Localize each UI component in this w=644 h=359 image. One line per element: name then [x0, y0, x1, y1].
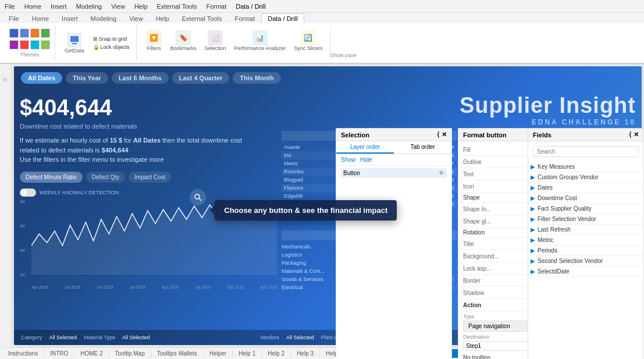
selection-panel-close[interactable]: ✕	[442, 131, 447, 138]
theme-swatch-7[interactable]	[30, 40, 40, 49]
search-overlay[interactable]	[190, 189, 206, 205]
ribbon-tab-file[interactable]: File	[2, 13, 26, 23]
filter-last-6-months[interactable]: Last 6 Months	[112, 72, 169, 84]
svg-point-7	[195, 194, 200, 199]
x-label-0: Apr 2018	[31, 285, 48, 289]
theme-swatch-1[interactable]	[9, 29, 19, 38]
theme-swatch-6[interactable]	[20, 40, 29, 49]
defect-minute-ratio-btn[interactable]: Defect Minute Ratio	[20, 172, 83, 183]
menu-help[interactable]: Help	[134, 3, 148, 10]
fields-panel-header: Fields ⟨ ✕	[528, 129, 643, 141]
expand-icon-2: ▶	[531, 184, 535, 191]
footer-vendor-value: All Selected	[286, 335, 314, 340]
y-label-4k: 4K	[20, 248, 31, 253]
filter-this-month[interactable]: This Month	[233, 72, 281, 84]
tab-instructions[interactable]: Instructions	[2, 349, 44, 358]
fields-search-input[interactable]	[533, 146, 639, 157]
field-selected-date[interactable]: ▶ SelectdDate	[528, 266, 643, 277]
fields-panel-expand[interactable]: ⟨	[629, 131, 631, 138]
defect-qty-btn[interactable]: Defect Qty	[86, 172, 125, 183]
weekly-toggle[interactable]	[20, 189, 36, 197]
field-key-measures[interactable]: ▶ Key Measures	[528, 162, 643, 172]
tab-tab-order[interactable]: Tab order	[394, 141, 451, 154]
ribbon-tab-data-drill[interactable]: Data / Drill	[261, 13, 304, 23]
ribbon-tab-modeling[interactable]: Modeling	[84, 13, 123, 23]
footer-material-label: Material Type	[84, 335, 115, 340]
theme-swatch-4[interactable]	[41, 29, 50, 38]
footer-vendor-label: Vendors	[260, 335, 279, 340]
menu-external-tools[interactable]: External Tools	[157, 3, 197, 10]
ribbon-tab-help[interactable]: Help	[150, 13, 176, 23]
field-dates[interactable]: ▶ Dates	[528, 183, 643, 193]
sync-slicers-button[interactable]: 🔄 Sync Slicers	[291, 29, 325, 52]
field-downtime-cost[interactable]: ▶ Downtime Cost	[528, 193, 643, 204]
lock-objects-btn[interactable]: 🔒Lock objects	[91, 44, 131, 51]
menu-insert[interactable]: Insert	[51, 3, 67, 10]
tab-home2[interactable]: HOME 2	[74, 349, 109, 358]
fields-panel-title: Fields	[533, 131, 552, 138]
performance-analyzer-button[interactable]: 📊 Performance Analyzer	[232, 29, 289, 52]
outline-label: Outline	[463, 159, 482, 165]
selection-panel-expand[interactable]: ⟨	[437, 131, 439, 138]
field-custom-groups[interactable]: ▶ Custom Groups Vendor	[528, 172, 643, 183]
no-tooltips-label: No tooltips	[463, 354, 490, 359]
ribbon-group-tools: GetData ⊞Snap to grid 🔒Lock objects	[58, 26, 137, 61]
selection-item-label: Button	[343, 170, 360, 176]
show-btn[interactable]: Show	[341, 157, 355, 163]
theme-swatch-3[interactable]	[30, 29, 40, 38]
ribbon-tab-format[interactable]: Format	[228, 13, 261, 23]
tab-intro[interactable]: INTRO	[44, 349, 74, 358]
tooltip-box: Choose any button & see the financial im…	[215, 200, 397, 221]
field-label-4: Fact Supplier Quality	[538, 205, 592, 212]
field-last-refresh[interactable]: ▶ Last Refresh	[528, 225, 643, 235]
fields-panel-close[interactable]: ✕	[634, 131, 639, 138]
theme-swatch-5[interactable]	[9, 40, 19, 49]
filters-button[interactable]: 🔽 Filters	[144, 29, 165, 52]
menu-file[interactable]: File	[5, 3, 15, 10]
shadow-label: Shadow	[463, 290, 484, 296]
field-metric[interactable]: ▶ Metric	[528, 235, 643, 246]
menu-modeling[interactable]: Modeling	[76, 3, 102, 10]
ribbon-tab-home[interactable]: Home	[26, 13, 55, 23]
field-filter-selection[interactable]: ▶ Filter Selection Vendor	[528, 214, 643, 225]
hide-btn[interactable]: Hide	[360, 157, 372, 163]
svg-line-8	[199, 198, 201, 201]
tab-help1[interactable]: Help 1	[233, 349, 262, 358]
tab-tooltip-map[interactable]: Tooltip Map	[109, 349, 151, 358]
footer-material-value: All Selected	[122, 335, 150, 340]
filter-this-year[interactable]: This Year	[66, 72, 108, 84]
tab-tooltips-wallets[interactable]: Tooltips Wallets	[151, 349, 204, 358]
ribbon-tab-insert[interactable]: Insert	[55, 13, 84, 23]
tab-help3[interactable]: Help 3	[291, 349, 320, 358]
impact-cost-btn[interactable]: Impact Cost	[129, 172, 171, 183]
bg-label: Background...	[463, 253, 499, 260]
x-label-6: Oct 2019	[227, 285, 244, 289]
get-data-button[interactable]: GetData	[62, 31, 87, 55]
menu-data-drill[interactable]: Data / Drill	[236, 3, 265, 10]
tab-help2[interactable]: Help 2	[262, 349, 291, 358]
fields-panel: Fields ⟨ ✕ ▶ Key Measures ▶ Custom Group…	[528, 128, 644, 359]
tab-layer-order[interactable]: Layer order	[336, 141, 394, 154]
fields-search-container	[528, 141, 643, 162]
menu-view[interactable]: View	[111, 3, 125, 10]
tab-helper[interactable]: Helper	[204, 349, 233, 358]
menu-format[interactable]: Format	[206, 3, 226, 10]
field-fact-supplier[interactable]: ▶ Fact Supplier Quality	[528, 204, 643, 214]
bookmarks-button[interactable]: 🔖 Bookmarks	[168, 29, 199, 52]
selection-button[interactable]: ⬜ Selection	[202, 29, 229, 52]
filter-all-dates[interactable]: All Dates	[21, 72, 62, 84]
theme-swatch-8[interactable]	[41, 40, 50, 49]
ribbon-tab-view[interactable]: View	[123, 13, 150, 23]
field-periods[interactable]: ▶ Periods	[528, 246, 643, 256]
menu-home[interactable]: Home	[24, 3, 41, 10]
selection-item-button[interactable]: Button 👁	[341, 168, 447, 178]
ribbon-tab-external[interactable]: External Tools	[176, 13, 229, 23]
expand-icon-5: ▶	[531, 216, 535, 222]
expand-icon-4: ▶	[531, 205, 535, 212]
snap-to-grid-btn[interactable]: ⊞Snap to grid	[91, 35, 131, 42]
selection-item-eye[interactable]: 👁	[439, 170, 444, 176]
filter-last-4-quarter[interactable]: Last 4 Quarter	[172, 72, 230, 84]
rotation-label: Rotation	[463, 229, 485, 236]
field-second-selection[interactable]: ▶ Second Selection Vendor	[528, 256, 643, 266]
theme-swatch-2[interactable]	[20, 29, 29, 38]
